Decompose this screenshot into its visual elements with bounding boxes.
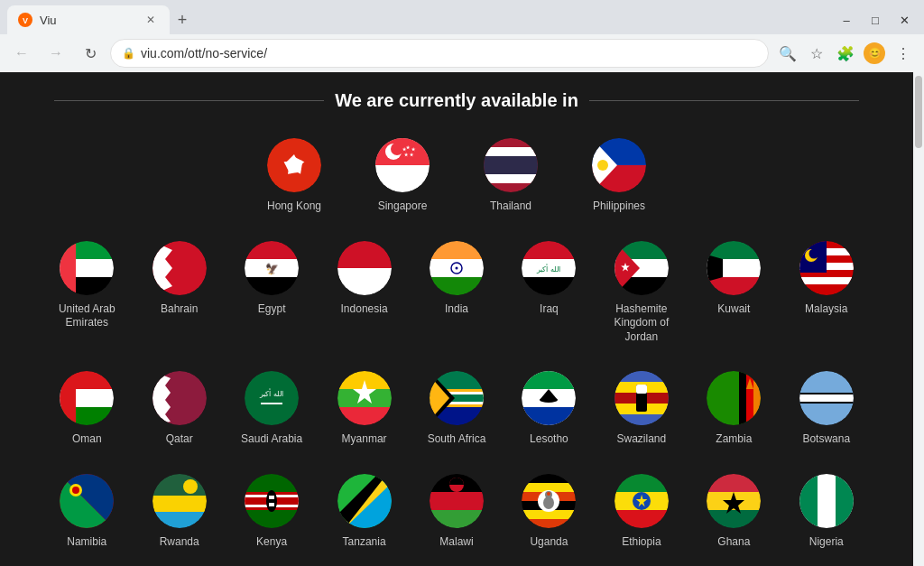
- extensions-icon[interactable]: 🧩: [832, 40, 859, 67]
- browser-tab[interactable]: V Viu ✕: [7, 5, 170, 34]
- list-item[interactable]: 🦅 Egypt: [239, 241, 304, 345]
- list-item[interactable]: Thailand: [470, 138, 551, 214]
- address-bar[interactable]: 🔒 viu.com/ott/no-service/: [110, 39, 769, 68]
- new-tab-button[interactable]: +: [170, 7, 195, 32]
- list-item[interactable]: Swaziland: [609, 371, 674, 447]
- flag-malaysia: [799, 241, 854, 295]
- svg-rect-146: [430, 492, 484, 510]
- svg-rect-14: [484, 147, 538, 156]
- svg-rect-45: [522, 241, 576, 259]
- list-item[interactable]: India: [424, 241, 489, 345]
- list-item[interactable]: Malawi: [424, 474, 489, 550]
- list-item[interactable]: Uganda: [516, 474, 581, 550]
- country-name: Namibia: [67, 535, 106, 550]
- country-name: Kenya: [256, 535, 287, 550]
- row3-country-row: Oman Qatar: [54, 371, 859, 447]
- svg-rect-105: [614, 414, 669, 425]
- list-item[interactable]: Namibia: [54, 474, 119, 550]
- svg-rect-96: [522, 407, 576, 425]
- minimize-button[interactable]: –: [834, 7, 859, 32]
- list-item[interactable]: الله أكبر Iraq: [516, 241, 581, 345]
- menu-icon[interactable]: ⋮: [890, 40, 917, 67]
- list-item[interactable]: Kuwait: [701, 241, 766, 345]
- country-name: Indonesia: [341, 302, 388, 317]
- svg-rect-37: [337, 268, 392, 295]
- svg-point-21: [597, 160, 608, 171]
- search-icon[interactable]: 🔍: [774, 40, 801, 67]
- list-item[interactable]: Myanmar: [331, 371, 396, 447]
- svg-rect-101: [614, 371, 669, 382]
- country-name: India: [445, 302, 468, 317]
- tab-close-button[interactable]: ✕: [143, 12, 159, 28]
- country-name: Thailand: [490, 199, 531, 214]
- header-line-right: [589, 100, 859, 101]
- svg-rect-138: [269, 503, 274, 506]
- svg-point-136: [266, 490, 277, 512]
- list-item[interactable]: الله أكبر Saudi Arabia: [239, 371, 304, 447]
- svg-point-129: [186, 482, 195, 491]
- list-item[interactable]: South Africa: [424, 371, 489, 447]
- svg-rect-33: [245, 277, 299, 295]
- list-item[interactable]: Nigeria: [794, 474, 859, 550]
- svg-rect-47: [522, 277, 576, 295]
- country-name: Saudi Arabia: [241, 432, 302, 447]
- list-item[interactable]: Botswana: [794, 371, 859, 447]
- scrollbar[interactable]: [913, 72, 924, 566]
- reload-button[interactable]: ↻: [76, 39, 105, 68]
- list-item[interactable]: Singapore: [362, 138, 443, 214]
- flag-bahrain: [152, 241, 207, 295]
- svg-rect-147: [430, 510, 484, 528]
- flag-lesotho: [522, 371, 576, 425]
- list-item[interactable]: Hashemite Kingdom of Jordan: [609, 241, 674, 345]
- header-line-left: [54, 100, 324, 101]
- flag-ghana: [707, 474, 761, 528]
- page-heading: We are currently available in: [335, 90, 578, 111]
- svg-rect-163: [614, 510, 669, 528]
- list-item[interactable]: Ghana: [701, 474, 766, 550]
- profile-icon[interactable]: 😊: [861, 40, 888, 67]
- list-item[interactable]: Lesotho: [516, 371, 581, 447]
- list-item[interactable]: Hong Kong: [254, 138, 335, 214]
- svg-rect-77: [245, 371, 299, 425]
- list-item[interactable]: Bahrain: [146, 241, 211, 345]
- back-button[interactable]: ←: [7, 39, 36, 68]
- list-item[interactable]: Indonesia: [331, 241, 396, 345]
- flag-myanmar: [337, 371, 392, 425]
- country-name: Uganda: [530, 535, 568, 550]
- list-item[interactable]: Malaysia: [794, 241, 859, 345]
- flag-philippines: [592, 138, 646, 192]
- list-item[interactable]: United Arab Emirates: [54, 241, 119, 345]
- list-item[interactable]: Oman: [54, 371, 119, 447]
- flag-egypt: 🦅: [245, 241, 299, 295]
- section-header: We are currently available in: [54, 90, 859, 111]
- list-item[interactable]: Philippines: [578, 138, 660, 214]
- country-name: Nigeria: [809, 535, 844, 550]
- list-item[interactable]: Tanzania: [331, 474, 396, 550]
- list-item[interactable]: Rwanda: [146, 474, 211, 550]
- list-item[interactable]: Kenya: [239, 474, 304, 550]
- page-content: We are currently available in: [0, 72, 913, 566]
- browser-chrome: V Viu ✕ + – □ ✕ ← → ↻ 🔒 viu.com/ott/no-s…: [0, 0, 924, 72]
- maximize-button[interactable]: □: [863, 7, 888, 32]
- scrollbar-thumb[interactable]: [915, 76, 922, 148]
- svg-rect-31: [245, 241, 299, 259]
- svg-rect-58: [707, 277, 761, 295]
- svg-rect-36: [337, 241, 392, 268]
- country-name: Ghana: [717, 535, 750, 550]
- svg-marker-29: [152, 241, 172, 295]
- country-name: South Africa: [428, 432, 486, 447]
- flag-namibia: [60, 474, 114, 528]
- bookmark-icon[interactable]: ☆: [803, 40, 830, 67]
- list-item[interactable]: Qatar: [146, 371, 211, 447]
- list-item[interactable]: Ethiopia: [609, 474, 674, 550]
- close-button[interactable]: ✕: [892, 7, 917, 32]
- svg-point-43: [456, 266, 458, 269]
- list-item[interactable]: Zambia: [701, 371, 766, 447]
- forward-button[interactable]: →: [42, 39, 70, 68]
- svg-rect-16: [484, 174, 538, 183]
- svg-point-6: [391, 143, 403, 155]
- svg-rect-155: [522, 519, 576, 528]
- flag-rwanda: [152, 474, 207, 528]
- flag-thailand: [484, 138, 538, 192]
- country-name: Rwanda: [160, 535, 199, 550]
